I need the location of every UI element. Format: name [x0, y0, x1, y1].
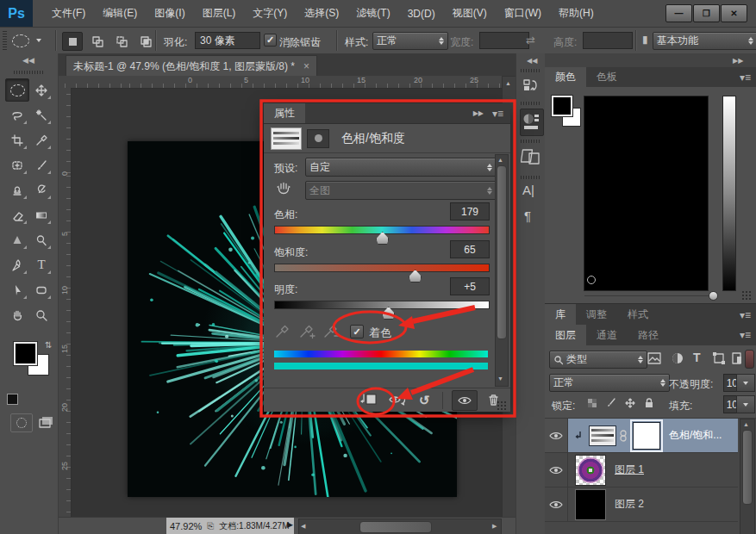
- menu-3d[interactable]: 3D(D): [399, 0, 444, 27]
- properties-menu-icon[interactable]: ▾≡: [492, 108, 503, 120]
- tool-eyedropper[interactable]: [30, 129, 53, 151]
- antialias-checkbox[interactable]: ✓: [264, 34, 277, 47]
- swap-dimensions-icon[interactable]: ⇄: [526, 34, 535, 47]
- layer-visibility-toggle[interactable]: [545, 453, 568, 487]
- menu-window[interactable]: 窗口(W): [496, 0, 550, 27]
- document-tab[interactable]: 未标题-1 @ 47.9% (色相/饱和度 1, 图层蒙版/8) * ×: [66, 55, 317, 77]
- mask-properties-icon[interactable]: [307, 129, 329, 148]
- layers-scrollbar[interactable]: ▲ ▼: [740, 419, 755, 534]
- tool-lasso[interactable]: [6, 104, 28, 126]
- tool-zoom[interactable]: [30, 304, 53, 326]
- tool-history-brush[interactable]: [30, 179, 53, 201]
- layer-thumbnail[interactable]: [575, 489, 606, 520]
- tool-brush[interactable]: [30, 154, 53, 176]
- saturation-slider-thumb[interactable]: [409, 270, 422, 283]
- menu-file[interactable]: 文件(F): [43, 0, 94, 27]
- color-slider-knob[interactable]: [709, 291, 718, 301]
- subtract-selection-button[interactable]: [112, 33, 131, 50]
- filter-kind-adjustment-icon[interactable]: [671, 351, 684, 368]
- hscroll-thumb[interactable]: [359, 521, 432, 533]
- properties-scroll-thumb[interactable]: [497, 165, 507, 339]
- tool-elliptical-marquee[interactable]: [5, 78, 29, 102]
- layers-scroll-thumb[interactable]: [742, 430, 753, 505]
- properties-panel-icon[interactable]: [520, 109, 544, 136]
- lock-pixels-icon[interactable]: [605, 397, 617, 412]
- saturation-slider[interactable]: [274, 264, 490, 272]
- layer-thumbnail[interactable]: [575, 455, 606, 486]
- tool-blur[interactable]: [6, 229, 28, 251]
- panel-resize-grip[interactable]: [497, 400, 507, 411]
- hue-slider-thumb[interactable]: [376, 232, 389, 245]
- properties-scrollbar[interactable]: ▲ ▼: [495, 154, 509, 387]
- lock-transparency-icon[interactable]: [586, 397, 598, 412]
- layer-name[interactable]: 图层 1: [615, 463, 644, 477]
- color-panel-menu-icon[interactable]: ▾≡: [740, 71, 751, 84]
- menu-edit[interactable]: 编辑(E): [94, 0, 146, 27]
- hue-value[interactable]: 179: [450, 202, 490, 220]
- tab-adjustments[interactable]: 调整: [576, 304, 617, 326]
- export-icon[interactable]: ⎘: [207, 521, 214, 531]
- targeted-adjust-icon[interactable]: [274, 180, 293, 200]
- menu-view[interactable]: 视图(V): [444, 0, 496, 27]
- tab-close-icon[interactable]: ×: [303, 60, 309, 72]
- layer-row-layer1[interactable]: 图层 1: [545, 453, 738, 487]
- collapse-dock-icon[interactable]: ▶▶: [733, 57, 743, 65]
- tab-library[interactable]: 库: [545, 304, 576, 326]
- width-input[interactable]: [479, 32, 529, 49]
- adjustment-layer-thumbnail[interactable]: [589, 425, 616, 446]
- options-grip[interactable]: [3, 31, 7, 50]
- tab-swatches[interactable]: 色板: [586, 67, 628, 87]
- paragraph-panel-icon[interactable]: ¶: [524, 208, 531, 223]
- minimize-button[interactable]: —: [665, 4, 692, 22]
- layers-panel-menu-icon[interactable]: ▾≡: [740, 329, 751, 341]
- tab-properties[interactable]: 属性: [264, 103, 305, 123]
- tool-preset-picker[interactable]: [12, 31, 50, 50]
- tool-crop[interactable]: [6, 129, 28, 151]
- style-dropdown[interactable]: 正常: [372, 32, 448, 50]
- swap-colors-icon[interactable]: ⇅: [45, 340, 52, 350]
- lightness-value[interactable]: +5: [450, 277, 490, 295]
- foreground-color-swatch[interactable]: [14, 342, 37, 365]
- menu-type[interactable]: 文字(Y): [244, 0, 296, 27]
- menu-help[interactable]: 帮助(H): [550, 0, 603, 27]
- library-panel-menu-icon[interactable]: ▾≡: [740, 309, 751, 321]
- menu-select[interactable]: 选择(S): [296, 0, 347, 27]
- collapse-panel-icon[interactable]: ▶▶: [473, 109, 484, 117]
- layer-name[interactable]: 色相/饱和...: [669, 428, 722, 443]
- default-colors-icon[interactable]: [7, 394, 18, 405]
- panel-resize-grip[interactable]: [741, 290, 752, 301]
- color-ramp[interactable]: [722, 96, 736, 291]
- layer-filter-dropdown[interactable]: 类型: [549, 351, 647, 369]
- reset-adjustment-button[interactable]: ↺: [419, 393, 430, 408]
- opacity-dropdown-arrow[interactable]: [736, 374, 755, 392]
- tool-path-select[interactable]: [6, 279, 28, 301]
- masks-panel-icon[interactable]: [521, 146, 541, 169]
- filter-kind-shape-icon[interactable]: [712, 351, 726, 368]
- clip-to-layer-button[interactable]: [359, 392, 378, 410]
- tool-hand[interactable]: [6, 304, 28, 326]
- layer-visibility-toggle[interactable]: [545, 419, 568, 452]
- layer-name[interactable]: 图层 2: [615, 497, 644, 512]
- tab-styles[interactable]: 样式: [617, 304, 659, 326]
- tool-eraser[interactable]: [6, 204, 28, 226]
- tool-move[interactable]: [30, 79, 53, 101]
- layer-mask-thumbnail[interactable]: [633, 422, 660, 450]
- tab-layers[interactable]: 图层: [545, 325, 586, 345]
- tab-paths[interactable]: 路径: [628, 325, 669, 345]
- tool-clone-stamp[interactable]: [6, 179, 28, 201]
- new-selection-button[interactable]: [62, 32, 83, 51]
- status-menu-arrow-icon[interactable]: ▶: [287, 520, 293, 529]
- menu-layer[interactable]: 图层(L): [194, 0, 245, 27]
- layer-row-layer2[interactable]: 图层 2: [545, 487, 738, 522]
- layer-visibility-toggle[interactable]: [545, 487, 568, 521]
- filter-kind-type-icon[interactable]: T: [693, 351, 701, 364]
- tool-magic-wand[interactable]: [30, 104, 53, 126]
- mask-link-icon[interactable]: [619, 429, 628, 443]
- add-selection-button[interactable]: [88, 33, 107, 50]
- tool-healing-brush[interactable]: [6, 154, 28, 176]
- filter-kind-image-icon[interactable]: [647, 351, 662, 368]
- lightness-slider[interactable]: [274, 301, 490, 309]
- adjustment-icon[interactable]: [271, 127, 302, 150]
- character-panel-icon[interactable]: A|: [522, 183, 534, 197]
- feather-input[interactable]: 30 像素: [195, 32, 260, 49]
